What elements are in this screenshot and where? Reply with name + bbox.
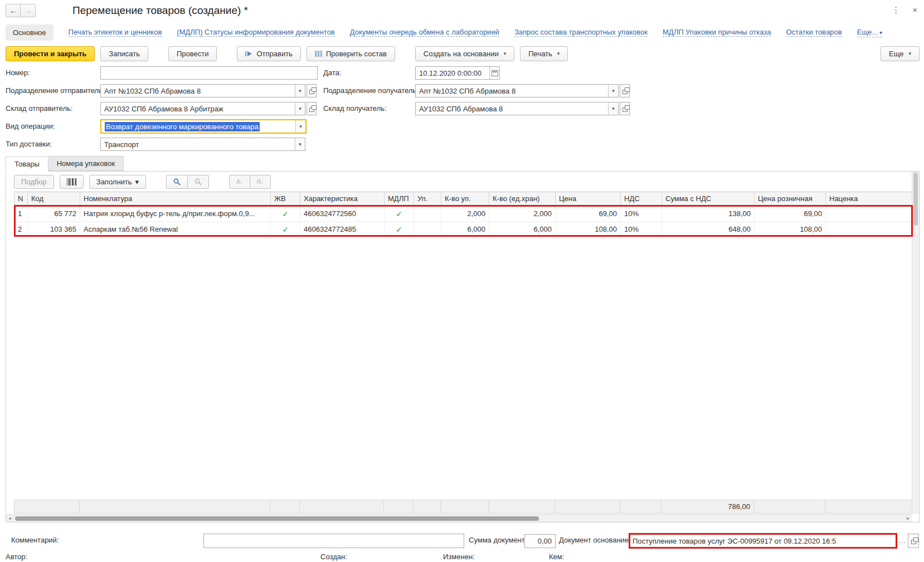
column-header-characteristic: Характеристика [300, 192, 385, 206]
create-based-on-button[interactable]: Создать на основании▾ [415, 46, 514, 61]
base-doc-open-button[interactable] [908, 534, 919, 548]
tab-goods[interactable]: Товары [6, 157, 48, 172]
pick-button[interactable]: Подбор [14, 175, 54, 189]
nav-link-stock[interactable]: Остатки товаров [786, 28, 842, 37]
dropdown-button[interactable]: ▾ [295, 85, 305, 97]
date-label: Дата: [323, 66, 341, 80]
chevron-down-icon: ▾ [299, 106, 301, 111]
column-header-code: Код [28, 192, 80, 206]
sort-asc-button[interactable]: А↓ [229, 175, 250, 189]
dropdown-button[interactable]: ▾ [608, 85, 618, 97]
horizontal-scrollbar[interactable]: ◄ ► [6, 514, 912, 522]
base-doc-choose-button[interactable]: … [898, 533, 907, 548]
scroll-left-icon[interactable]: ◄ [8, 516, 12, 520]
number-input[interactable] [100, 66, 318, 80]
nav-more-link[interactable]: Еще...▾ [857, 28, 882, 37]
chevron-down-icon: ▾ [612, 88, 615, 94]
warehouse-sender-field[interactable]: АУ1032 СПб Абрамова 8 Арбитраж ▾ [100, 102, 305, 115]
table-row[interactable]: 2 103 365 Аспаркам таб.№56 Renewal ✓ 460… [14, 222, 919, 238]
post-and-close-button[interactable]: Провести и закрыть [6, 46, 95, 61]
open-icon [309, 90, 314, 94]
barcode-button[interactable] [60, 175, 84, 189]
post-button[interactable]: Провести [168, 46, 217, 61]
tab-main[interactable]: Основное [6, 25, 54, 41]
write-button[interactable]: Записать [100, 46, 148, 61]
dropdown-button[interactable]: ▾ [295, 138, 305, 150]
doc-sum-field[interactable]: 0,00 [524, 534, 556, 548]
delivery-type-field[interactable]: Транспорт ▾ [100, 138, 305, 151]
table-row[interactable]: 1 65 772 Натрия хлорид буфус р-тель д/пр… [14, 207, 919, 222]
operation-type-field[interactable]: Возврат довезенного маркированного товар… [100, 119, 307, 134]
more-button[interactable]: Еще▾ [881, 46, 920, 61]
date-value: 10.12.2020 0:00:00 [416, 67, 489, 79]
kebab-menu-icon[interactable]: ⋮ [892, 5, 900, 15]
forward-button[interactable]: → [21, 4, 36, 17]
warehouse-receiver-label: Склад получатель: [323, 101, 387, 116]
check-icon: ✓ [388, 222, 410, 237]
nav-link-exchange-queue[interactable]: Документы очередь обмена с лабораторией [350, 28, 499, 37]
dept-receiver-field[interactable]: Апт №1032 СПб Абрамова 8 ▾ [415, 84, 619, 97]
comment-input[interactable] [203, 534, 464, 548]
sort-desc-icon: Я↓ [257, 179, 264, 185]
warehouse-receiver-value: АУ1032 СПб Абрамова 8 [416, 102, 608, 115]
search-button[interactable] [166, 175, 188, 189]
horizontal-scrollbar-thumb[interactable] [15, 516, 539, 521]
column-header-nomenclature: Номенклатура [80, 192, 271, 206]
chevron-down-icon: ▾ [299, 141, 301, 147]
nav-link-refusal-reasons[interactable]: МДЛП Упаковки причины отказа [663, 28, 771, 37]
check-content-button[interactable]: Проверить состав [307, 46, 395, 61]
dept-sender-label: Подразделение отправитель: [6, 84, 105, 98]
table-totals-row: 786,00 [14, 500, 912, 514]
date-field[interactable]: 10.12.2020 0:00:00 [415, 66, 500, 80]
open-icon [309, 107, 314, 112]
vertical-scrollbar[interactable] [912, 172, 919, 514]
chevron-down-icon: ▾ [908, 51, 911, 56]
close-icon[interactable]: × [912, 5, 917, 15]
total-sum-vat: 786,00 [662, 500, 754, 514]
table-header: N Код Номенклатура ЖВ Характеристика МДЛ… [14, 192, 919, 207]
base-doc-field[interactable]: Поступление товаров услуг ЭС-00995917 от… [629, 533, 897, 549]
chevron-down-icon: ▾ [504, 51, 507, 56]
dropdown-button[interactable]: ▾ [295, 120, 305, 133]
column-header-price: Цена [556, 192, 621, 206]
warehouse-sender-label: Склад отправитель: [6, 101, 72, 116]
barcode-icon [67, 178, 76, 185]
bottom-fields-row: Комментарий: Сумма документа: 0,00 Докум… [0, 532, 924, 549]
nav-link-transport-packs[interactable]: Запрос состава транспортных упаковок [514, 28, 648, 37]
scroll-right-icon[interactable]: ► [906, 516, 910, 520]
tab-package-numbers[interactable]: Номера упаковок [48, 156, 124, 171]
nav-link-labels[interactable]: Печать этикеток и ценников [69, 28, 162, 37]
fill-button[interactable]: Заполнить▾ [89, 175, 146, 189]
warehouse-receiver-field[interactable]: АУ1032 СПб Абрамова 8 ▾ [415, 102, 619, 115]
nav-links-row: Основное Печать этикеток и ценников (МДЛ… [6, 23, 920, 41]
chevron-down-icon: ▾ [612, 106, 615, 111]
chevron-down-icon: ▾ [135, 178, 139, 186]
tab-strip: Товары Номера упаковок [6, 156, 920, 171]
cancel-search-button[interactable] [188, 175, 209, 189]
ellipsis-icon: … [899, 536, 906, 545]
open-icon [623, 107, 628, 112]
window-header: ← → Перемещение товаров (создание) * ⋮ × [0, 0, 924, 22]
warehouse-sender-open-button[interactable] [307, 102, 317, 115]
comment-label: Комментарий: [11, 533, 59, 548]
nav-link-mdlp-statuses[interactable]: (МДЛП) Статусы информирования документов [177, 28, 334, 37]
back-icon: ← [9, 6, 17, 15]
page-title: Перемещение товаров (создание) * [72, 4, 248, 17]
calendar-button[interactable] [489, 67, 499, 79]
sort-desc-button[interactable]: Я↓ [250, 175, 271, 189]
send-button[interactable]: Отправить [237, 46, 300, 61]
vertical-scrollbar-thumb[interactable] [913, 173, 918, 226]
warehouse-receiver-open-button[interactable] [620, 102, 630, 115]
dept-sender-field[interactable]: Апт №1032 СПб Абрамова 8 ▾ [100, 84, 305, 97]
doc-sum-label: Сумма документа: [469, 533, 531, 548]
dropdown-button[interactable]: ▾ [608, 102, 618, 115]
columns-icon [315, 51, 322, 57]
print-button[interactable]: Печать▾ [520, 46, 568, 61]
dept-receiver-open-button[interactable] [620, 84, 630, 97]
chevron-down-icon: ▾ [879, 30, 882, 36]
dept-sender-open-button[interactable] [307, 84, 317, 97]
check-icon: ✓ [274, 222, 296, 237]
dropdown-button[interactable]: ▾ [295, 102, 305, 115]
check-icon: ✓ [274, 207, 296, 221]
back-button[interactable]: ← [6, 4, 21, 17]
